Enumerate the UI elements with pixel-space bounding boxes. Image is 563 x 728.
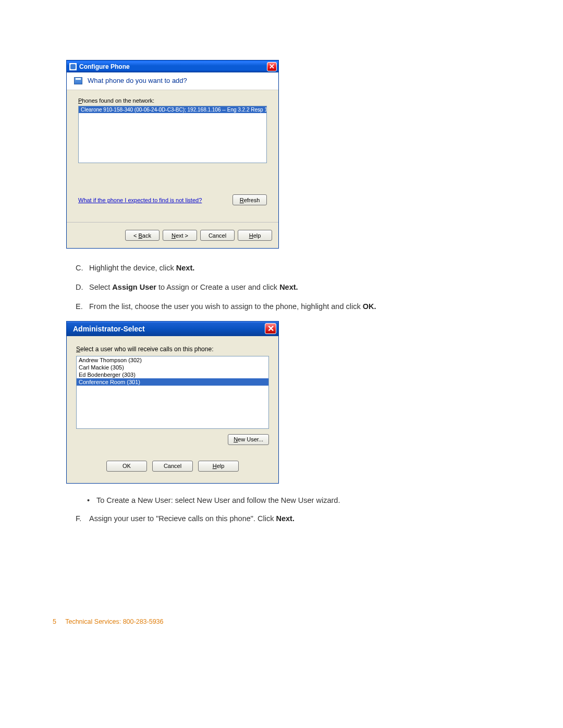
dialog-body: Select a user who will receive calls on …: [67, 336, 278, 451]
configure-phone-dialog: Configure Phone ✕ What phone do you want…: [66, 60, 279, 249]
page-footer: 5 Technical Services: 800-283-5936: [53, 618, 164, 625]
ok-button[interactable]: OK: [106, 461, 147, 472]
help-button[interactable]: Help: [198, 461, 239, 472]
not-listed-link[interactable]: What if the phone I expected to find is …: [78, 197, 202, 203]
phone-list-item[interactable]: Clearone 910-158-340 (00-06-24-0D-C3-BC)…: [79, 106, 266, 113]
user-list-item[interactable]: Conference Room (301): [77, 378, 268, 386]
cancel-button[interactable]: Cancel: [152, 461, 193, 472]
close-icon[interactable]: ✕: [265, 323, 276, 334]
page-number: 5: [53, 618, 56, 625]
dialog-title-sub: Select: [123, 325, 144, 333]
back-button[interactable]: < Back: [125, 230, 160, 241]
dialog-title-main: Administrator: [73, 325, 121, 333]
wizard-header-title: What phone do you want to add?: [88, 77, 187, 84]
select-user-label: Select a user who will receive calls on …: [76, 346, 269, 353]
titlebar: Administrator - Select ✕: [67, 322, 278, 336]
new-user-button[interactable]: New User...: [228, 434, 269, 445]
phones-label: Phones found on the network:: [78, 97, 267, 104]
footer-text: Technical Services: 800-283-5936: [65, 618, 163, 625]
app-icon: [69, 63, 77, 70]
instruction-bullet: • To Create a New User: select New User …: [87, 496, 478, 504]
administrator-select-dialog: Administrator - Select ✕ Select a user w…: [66, 321, 279, 484]
instruction-d: D. Select Assign User to Assign or Creat…: [76, 282, 478, 292]
refresh-button[interactable]: Refresh: [232, 194, 267, 205]
user-list-item[interactable]: Carl Mackie (305): [77, 364, 268, 371]
instruction-e: E. From the list, choose the user you wi…: [76, 302, 478, 312]
user-listbox[interactable]: Andrew Thompson (302)Carl Mackie (305)Ed…: [76, 356, 269, 429]
wizard-footer: < Back Next > Cancel Help: [67, 222, 278, 248]
instruction-list: C. Highlight the device, click Next. D. …: [76, 263, 478, 312]
dialog-footer: OK Cancel Help: [67, 451, 278, 483]
instruction-list-2: F. Assign your user to "Recieve calls on…: [76, 514, 478, 524]
titlebar: Configure Phone ✕: [67, 60, 278, 72]
help-button[interactable]: Help: [238, 230, 272, 241]
instruction-c: C. Highlight the device, click Next.: [76, 263, 478, 273]
close-icon[interactable]: ✕: [267, 62, 277, 71]
phones-listbox[interactable]: Clearone 910-158-340 (00-06-24-0D-C3-BC)…: [78, 106, 267, 163]
wizard-body: Phones found on the network: Clearone 91…: [67, 90, 278, 215]
user-list-item[interactable]: Ed Bodenberger (303): [77, 371, 268, 378]
cancel-button[interactable]: Cancel: [200, 230, 235, 241]
phone-icon: [74, 77, 82, 84]
next-button[interactable]: Next >: [163, 230, 197, 241]
instruction-f: F. Assign your user to "Recieve calls on…: [76, 514, 478, 524]
wizard-header: What phone do you want to add?: [67, 72, 278, 90]
user-list-item[interactable]: Andrew Thompson (302): [77, 356, 268, 364]
dialog-title: Configure Phone: [79, 63, 267, 70]
